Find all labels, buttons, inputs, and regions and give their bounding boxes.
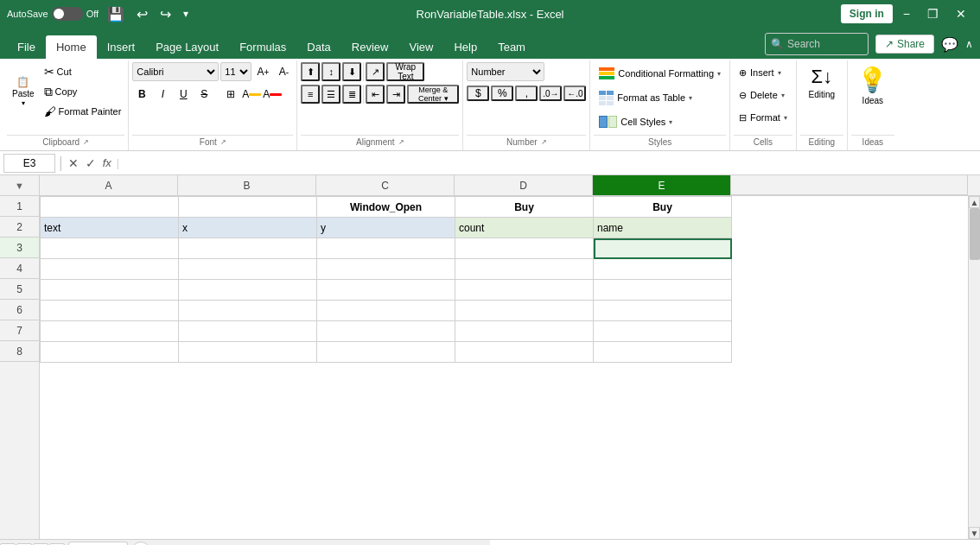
redo-icon[interactable]: ↪ xyxy=(156,3,175,26)
tab-team[interactable]: Team xyxy=(487,35,536,59)
ribbon-search-box[interactable]: 🔍 Search xyxy=(765,33,869,55)
row-header-1[interactable]: 1 xyxy=(0,196,39,217)
cell-A8[interactable] xyxy=(41,342,179,363)
format-painter-button[interactable]: 🖌 Format Painter xyxy=(41,102,125,121)
cell-A1[interactable] xyxy=(41,197,179,218)
cell-C1[interactable]: Window_Open xyxy=(317,197,455,218)
scroll-down-button[interactable]: ▼ xyxy=(969,527,980,539)
paste-button[interactable]: 📋 Paste ▾ xyxy=(7,62,40,121)
row-header-2[interactable]: 2 xyxy=(0,217,39,238)
cell-D6[interactable] xyxy=(455,301,594,321)
cell-D7[interactable] xyxy=(455,321,594,342)
col-header-E[interactable]: E xyxy=(593,175,731,195)
increase-font-button[interactable]: A+ xyxy=(253,62,272,81)
cell-E3[interactable] xyxy=(594,238,732,259)
cell-C3[interactable] xyxy=(317,238,455,259)
format-button[interactable]: ⊟ Format ▾ xyxy=(734,107,792,128)
col-header-A[interactable]: A xyxy=(40,175,178,195)
cell-B7[interactable] xyxy=(179,321,317,342)
row-header-5[interactable]: 5 xyxy=(0,279,39,300)
cell-A5[interactable] xyxy=(41,280,179,301)
cell-B4[interactable] xyxy=(179,259,317,280)
borders-button[interactable]: ⊞ xyxy=(221,85,240,104)
clipboard-expand[interactable]: ↗ xyxy=(83,138,89,146)
align-middle-button[interactable]: ↕ xyxy=(321,62,340,81)
align-top-button[interactable]: ⬆ xyxy=(301,62,320,81)
cell-E6[interactable] xyxy=(594,301,732,321)
comments-icon[interactable]: 💬 xyxy=(941,36,958,53)
cell-A7[interactable] xyxy=(41,321,179,342)
cell-E2[interactable]: name xyxy=(594,218,732,238)
ideas-button[interactable]: 💡 Ideas xyxy=(851,62,894,109)
undo-icon[interactable]: ↩ xyxy=(133,3,151,26)
function-icon[interactable]: fx xyxy=(101,155,113,171)
grid-scroll[interactable]: Window_OpenBuyBuy text x y count name xyxy=(40,196,968,539)
add-sheet-button[interactable]: + xyxy=(131,542,150,545)
restore-button[interactable]: ❐ xyxy=(920,3,945,24)
number-expand[interactable]: ↗ xyxy=(541,138,547,146)
cell-C8[interactable] xyxy=(317,342,455,363)
cell-C5[interactable] xyxy=(317,280,455,301)
cell-E5[interactable] xyxy=(594,280,732,301)
cell-B6[interactable] xyxy=(179,301,317,321)
tab-formulas[interactable]: Formulas xyxy=(229,35,296,59)
font-expand[interactable]: ↗ xyxy=(220,138,226,146)
autosave-toggle[interactable]: AutoSave Off xyxy=(7,7,99,21)
cell-B8[interactable] xyxy=(179,342,317,363)
copy-button[interactable]: ⧉ Copy xyxy=(41,82,125,101)
confirm-formula-icon[interactable]: ✓ xyxy=(84,155,98,172)
close-button[interactable]: ✕ xyxy=(949,3,973,24)
row-header-8[interactable]: 8 xyxy=(0,341,39,362)
cell-reference-input[interactable] xyxy=(3,154,55,173)
tab-home[interactable]: Home xyxy=(46,35,97,59)
cell-E8[interactable] xyxy=(594,342,732,363)
increase-decimal-button[interactable]: .0→ xyxy=(539,86,562,101)
merge-center-button[interactable]: Merge & Center ▾ xyxy=(407,85,459,104)
cell-A2[interactable]: text xyxy=(41,218,179,238)
cell-styles-button[interactable]: Cell Styles ▾ xyxy=(594,111,678,133)
cell-D5[interactable] xyxy=(455,280,594,301)
autosave-pill[interactable] xyxy=(52,7,83,21)
font-color-button[interactable]: A xyxy=(263,85,282,104)
delete-button[interactable]: ⊖ Delete ▾ xyxy=(734,85,790,105)
underline-button[interactable]: U xyxy=(174,85,193,104)
collapse-ribbon-icon[interactable]: ∧ xyxy=(965,38,973,50)
decrease-font-button[interactable]: A- xyxy=(274,62,293,81)
row-header-4[interactable]: 4 xyxy=(0,258,39,279)
format-as-table-button[interactable]: Format as Table ▾ xyxy=(594,86,697,109)
vertical-scrollbar[interactable]: ▲ ▼ xyxy=(968,196,980,539)
tab-file[interactable]: File xyxy=(7,35,46,59)
cell-A3[interactable] xyxy=(41,238,179,259)
alignment-expand[interactable]: ↗ xyxy=(398,138,404,146)
cut-button[interactable]: ✂ Cut xyxy=(41,62,125,81)
tab-view[interactable]: View xyxy=(398,35,443,59)
tab-help[interactable]: Help xyxy=(443,35,487,59)
cell-E1[interactable]: Buy xyxy=(594,197,732,218)
sheet-tab-sheet1[interactable]: Sheet1 xyxy=(68,542,128,546)
cell-C2[interactable]: y xyxy=(317,218,455,238)
bold-button[interactable]: B xyxy=(132,85,151,104)
decrease-decimal-button[interactable]: ←.0 xyxy=(563,86,586,101)
comma-button[interactable]: , xyxy=(515,86,538,101)
save-icon[interactable]: 💾 xyxy=(104,3,128,26)
italic-button[interactable]: I xyxy=(153,85,172,104)
cell-D2[interactable]: count xyxy=(455,218,594,238)
align-left-button[interactable]: ≡ xyxy=(301,85,320,104)
wrap-text-button[interactable]: Wrap Text xyxy=(386,62,424,81)
cell-E4[interactable] xyxy=(594,259,732,280)
col-header-D[interactable]: D xyxy=(455,175,593,195)
formula-input[interactable] xyxy=(123,154,977,173)
tab-review[interactable]: Review xyxy=(341,35,399,59)
share-button[interactable]: ↗ Share xyxy=(875,35,934,54)
cell-B5[interactable] xyxy=(179,280,317,301)
scroll-thumb[interactable] xyxy=(970,208,980,260)
editing-button[interactable]: Σ↓ Editing xyxy=(800,62,843,103)
cell-B1[interactable] xyxy=(179,197,317,218)
align-bottom-button[interactable]: ⬇ xyxy=(342,62,361,81)
minimize-button[interactable]: − xyxy=(896,3,917,24)
cell-D4[interactable] xyxy=(455,259,594,280)
align-right-button[interactable]: ≣ xyxy=(342,85,361,104)
insert-button[interactable]: ⊕ Insert ▾ xyxy=(734,62,786,83)
number-format-select[interactable]: Number xyxy=(467,62,544,81)
col-header-C[interactable]: C xyxy=(316,175,455,195)
